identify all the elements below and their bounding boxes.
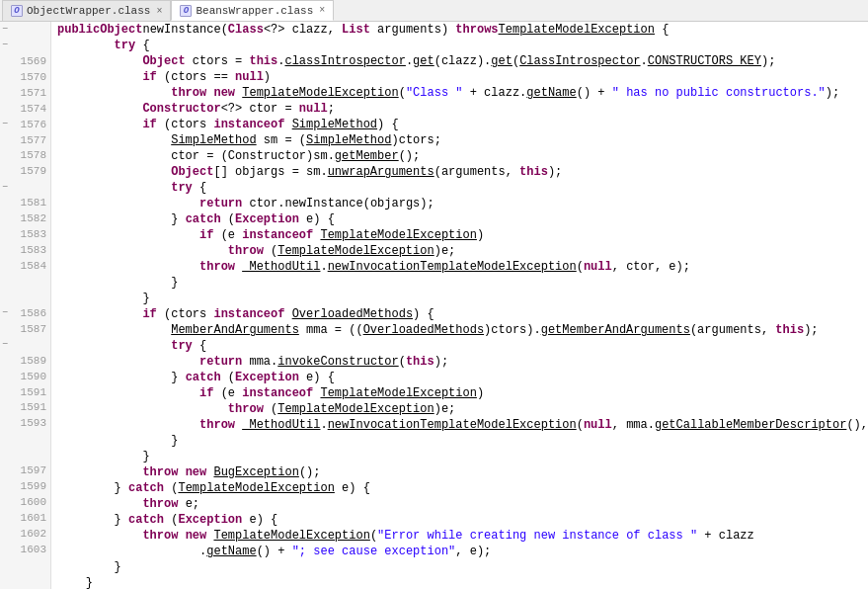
gutter-row-2: 1570	[0, 69, 50, 85]
code-line-8: Object[] objargs = sm.unwrapArguments(ar…	[57, 164, 868, 180]
editor-window: O ObjectWrapper.class × O BeansWrapper.c…	[0, 0, 868, 589]
line-number: 1571	[21, 87, 46, 99]
code-line-31: throw new TemplateModelException("Error …	[57, 528, 868, 544]
gutter-row-14: 1584	[0, 258, 50, 274]
gutter-row-header: −	[0, 22, 50, 38]
line-number: 1576	[21, 119, 46, 130]
gutter-row-12: 1583	[0, 226, 50, 242]
line-number: 1593	[21, 417, 46, 429]
code-line-15: }	[57, 275, 868, 291]
gutter-row-31: 1602	[0, 526, 50, 542]
gutter-row-21: 1590	[0, 369, 50, 384]
code-line-33: }	[57, 559, 868, 575]
code-line-6: SimpleMethod sm = (SimpleMethod)ctors;	[57, 132, 868, 148]
line-number: 1574	[21, 103, 46, 115]
line-number: 1569	[21, 55, 46, 67]
line-number: 1591	[21, 401, 46, 413]
fold-icon-9[interactable]: −	[2, 182, 8, 193]
gutter-row-17: −1586	[0, 305, 50, 321]
code-line-9: try {	[57, 180, 868, 196]
line-number: 1590	[21, 371, 46, 382]
code-line-27: throw new BugException();	[57, 464, 868, 480]
gutter-row-33	[0, 557, 50, 573]
line-number: 1581	[21, 197, 46, 209]
line-number: 1582	[21, 212, 46, 224]
gutter-row-11: 1582	[0, 210, 50, 226]
tab-close-beanswrapper[interactable]: ×	[319, 5, 325, 16]
gutter-row-18: 1587	[0, 321, 50, 337]
line-number: 1602	[21, 528, 46, 540]
line-number: 1583	[21, 244, 46, 256]
tab-beanswrapper[interactable]: O BeansWrapper.class ×	[171, 0, 334, 21]
code-line-7: ctor = (Constructor)sm.getMember();	[57, 148, 868, 164]
line-number: 1587	[21, 323, 46, 335]
line-number: 1579	[21, 165, 46, 177]
code-line-1: Object ctors = this.classIntrospector.ge…	[57, 53, 868, 69]
line-number: 1586	[21, 307, 46, 319]
gutter-row-4: 1574	[0, 101, 50, 117]
line-number: 1600	[21, 496, 46, 508]
gutter-row-6: 1577	[0, 132, 50, 148]
gutter-row-5: −1576	[0, 117, 50, 132]
code-line-32: .getName() + "; see cause exception", e)…	[57, 544, 868, 559]
code-line-10: return ctor.newInstance(objargs);	[57, 196, 868, 211]
line-number-gutter: −−1569157015711574−1576157715781579−1581…	[0, 22, 51, 589]
gutter-row-32: 1603	[0, 542, 50, 557]
line-number: 1589	[21, 355, 46, 367]
code-line-3: throw new TemplateModelException("Class …	[57, 85, 868, 101]
gutter-row-25	[0, 431, 50, 447]
code-line-14: throw _MethodUtil.newInvocationTemplateM…	[57, 259, 868, 275]
gutter-row-20: 1589	[0, 353, 50, 369]
code-line-21: } catch (Exception e) {	[57, 370, 868, 385]
gutter-row-24: 1593	[0, 415, 50, 431]
code-line-17: if (ctors instanceof OverloadedMethods) …	[57, 306, 868, 322]
gutter-row-0: −	[0, 38, 50, 53]
code-line-20: return mma.invokeConstructor(this);	[57, 354, 868, 370]
fold-icon-5[interactable]: −	[2, 119, 8, 129]
line-number: 1584	[21, 260, 46, 272]
code-line-11: } catch (Exception e) {	[57, 211, 868, 227]
gutter-row-3: 1571	[0, 85, 50, 101]
code-line-18: MemberAndArguments mma = ((OverloadedMet…	[57, 322, 868, 338]
gutter-row-13: 1583	[0, 242, 50, 258]
editor-body: −−1569157015711574−1576157715781579−1581…	[0, 22, 868, 589]
gutter-row-16	[0, 290, 50, 305]
code-line-29: throw e;	[57, 496, 868, 512]
gutter-row-1: 1569	[0, 53, 50, 69]
gutter-row-22: 1591	[0, 384, 50, 400]
line-number: 1570	[21, 71, 46, 83]
gutter-row-7: 1578	[0, 148, 50, 164]
line-number: 1583	[21, 228, 46, 240]
fold-icon-0[interactable]: −	[2, 40, 8, 50]
gutter-row-29: 1600	[0, 494, 50, 510]
fold-icon-17[interactable]: −	[2, 307, 8, 318]
code-line-5: if (ctors instanceof SimpleMethod) {	[57, 117, 868, 132]
code-line-4: Constructor<?> ctor = null;	[57, 101, 868, 117]
line-number: 1599	[21, 480, 46, 492]
code-line-13: throw (TemplateModelException)e;	[57, 243, 868, 259]
tab-objectwrapper[interactable]: O ObjectWrapper.class ×	[2, 0, 171, 21]
tab-icon-beanswrapper: O	[180, 5, 192, 17]
line-number: 1597	[21, 464, 46, 476]
code-line-header: public Object newInstance(Class<?> clazz…	[57, 22, 868, 38]
tab-close-objectwrapper[interactable]: ×	[156, 6, 162, 17]
code-line-2: if (ctors == null)	[57, 69, 868, 85]
code-line-0: try {	[57, 38, 868, 53]
gutter-row-26	[0, 447, 50, 463]
code-line-26: }	[57, 449, 868, 464]
gutter-row-27: 1597	[0, 463, 50, 478]
gutter-row-15	[0, 274, 50, 290]
fold-icon[interactable]: −	[2, 24, 8, 35]
gutter-row-34	[0, 573, 50, 589]
tab-bar: O ObjectWrapper.class × O BeansWrapper.c…	[0, 0, 868, 22]
tab-icon-objectwrapper: O	[11, 5, 23, 17]
code-line-19: try {	[57, 338, 868, 354]
code-line-34: }	[57, 575, 868, 589]
gutter-row-23: 1591	[0, 400, 50, 416]
code-line-16: }	[57, 291, 868, 306]
gutter-row-19: −	[0, 337, 50, 353]
code-area[interactable]: public Object newInstance(Class<?> clazz…	[51, 22, 868, 589]
fold-icon-19[interactable]: −	[2, 339, 8, 350]
gutter-row-28: 1599	[0, 478, 50, 494]
gutter-row-9: −	[0, 179, 50, 195]
